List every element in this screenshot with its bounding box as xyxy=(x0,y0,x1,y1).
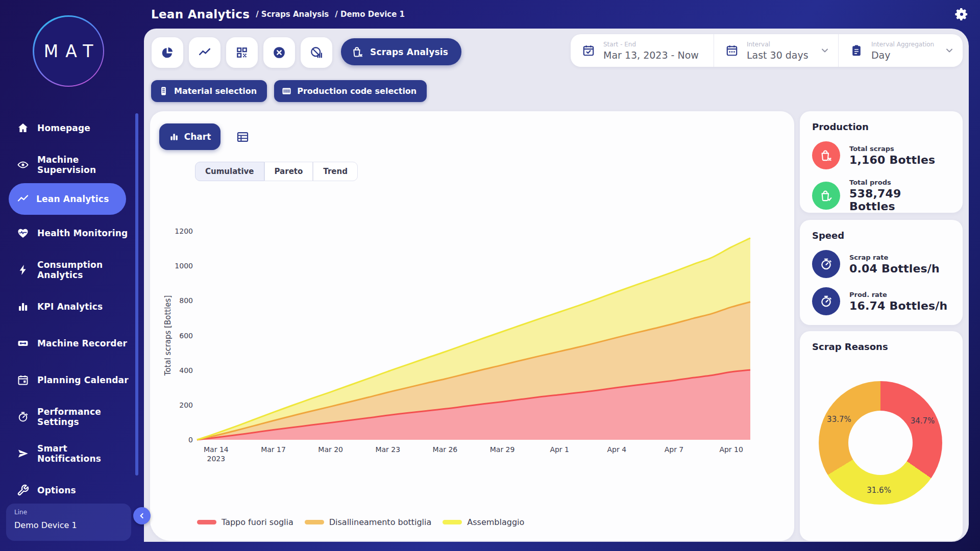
breadcrumb-item[interactable]: / Demo Device 1 xyxy=(335,10,405,19)
breadcrumb: Lean Analytics / Scraps Analysis/ Demo D… xyxy=(151,0,405,29)
selector-value: Last 30 days xyxy=(747,49,808,61)
sidebar-item-performance-settings[interactable]: Performance Settings xyxy=(0,398,144,435)
scraps-analysis-button[interactable]: Scraps Analysis xyxy=(341,38,461,65)
stat-value: 16.74 Bottles/h xyxy=(849,299,947,312)
legend-item-tappo-fuori-soglia[interactable]: Tappo fuori soglia xyxy=(197,517,293,527)
top-header: Lean Analytics / Scraps Analysis/ Demo D… xyxy=(0,0,980,29)
view-button-x-circle[interactable] xyxy=(263,37,295,68)
selector-label: Interval Aggregation xyxy=(871,41,934,48)
selector-start-end[interactable]: Start - EndMar 13, 2023 - Now xyxy=(571,34,714,67)
sidebar-item-homepage[interactable]: Homepage xyxy=(0,110,144,146)
donut-percent-label: 31.6% xyxy=(867,486,891,495)
device-selector-value: Demo Device 1 xyxy=(14,520,123,530)
device-selector[interactable]: Line Demo Device 1 xyxy=(6,504,131,541)
filter-pill-label: Material selection xyxy=(174,86,257,96)
view-button-pie[interactable] xyxy=(152,37,183,68)
sidebar-collapse-button[interactable] xyxy=(133,507,151,524)
sidebar-item-health-monitoring[interactable]: Health Monitoring xyxy=(0,215,144,252)
legend-label: Tappo fuori soglia xyxy=(222,517,293,527)
chart-legend: Tappo fuori sogliaDisallineamento bottig… xyxy=(197,517,524,527)
no-data-icon xyxy=(310,46,323,59)
mat-logo: MAT xyxy=(33,15,104,87)
settings-gear-icon[interactable] xyxy=(954,7,969,21)
sidebar-item-label: Machine Recorder xyxy=(37,338,127,348)
stat-label: Total prods xyxy=(849,179,950,186)
sidebar-item-machine-recorder[interactable]: Machine Recorder xyxy=(0,325,144,362)
selection-filters: Material selectionProduction code select… xyxy=(151,80,427,102)
sidebar-item-lean-analytics[interactable]: Lean Analytics xyxy=(9,183,126,215)
chevron-down-icon[interactable] xyxy=(944,45,954,56)
bolt-icon xyxy=(17,264,29,276)
stat-row-total-prods: Total prods538,749 Bottles xyxy=(812,179,950,213)
sidebar: MAT HomepageMachine SupervisionLean Anal… xyxy=(0,0,144,551)
wrench-icon xyxy=(17,484,29,496)
stat-label: Total scraps xyxy=(849,145,935,153)
production-card: Production Total scraps1,160 BottlesTota… xyxy=(800,111,963,213)
send-icon xyxy=(17,447,29,460)
stat-label: Prod. rate xyxy=(849,291,947,298)
chart-card: Chart CumulativeParetoTrend 020040060080… xyxy=(150,111,794,541)
analysis-view-buttons xyxy=(152,37,332,68)
qr-icon xyxy=(235,46,249,59)
page-title: Lean Analytics xyxy=(151,8,250,21)
svg-text:Mar 26: Mar 26 xyxy=(433,445,458,454)
sidebar-item-label: Smart Notifications xyxy=(37,443,134,464)
legend-label: Assemblaggio xyxy=(467,517,524,527)
scrap-reasons-card: Scrap Reasons 34.7%31.6%33.7% xyxy=(800,331,963,541)
view-button-trend[interactable] xyxy=(189,37,220,68)
sidebar-item-consumption-analytics[interactable]: Consumption Analytics xyxy=(0,252,144,288)
eye-icon xyxy=(17,159,29,171)
stat-label: Scrap rate xyxy=(849,254,940,261)
sidebar-item-smart-notifications[interactable]: Smart Notifications xyxy=(0,435,144,472)
svg-text:Apr 4: Apr 4 xyxy=(607,445,627,454)
sidebar-item-machine-supervision[interactable]: Machine Supervision xyxy=(0,146,144,183)
legend-swatch xyxy=(305,520,324,524)
legend-item-assemblaggio[interactable]: Assemblaggio xyxy=(443,517,524,527)
selector-interval-aggregation[interactable]: Interval AggregationDay xyxy=(838,34,963,67)
legend-swatch xyxy=(197,520,216,524)
donut-percent-label: 33.7% xyxy=(827,415,851,424)
device-selector-label: Line xyxy=(14,509,123,516)
stopwatch-icon xyxy=(17,411,29,423)
svg-text:Apr 10: Apr 10 xyxy=(719,445,743,454)
production-stats: Total scraps1,160 BottlesTotal prods538,… xyxy=(812,141,950,213)
scrap-reasons-donut-chart: 34.7%31.6%33.7% xyxy=(819,381,942,505)
filter-pill-label: Production code selection xyxy=(297,86,416,96)
recorder-icon xyxy=(17,337,29,349)
stat-value: 0.04 Bottles/h xyxy=(849,262,940,275)
selector-label: Start - End xyxy=(603,41,699,48)
svg-text:200: 200 xyxy=(179,401,193,409)
stopwatch-icon xyxy=(812,287,840,315)
sidebar-item-label: Planning Calendar xyxy=(37,375,129,385)
sidebar-item-planning-calendar[interactable]: Planning Calendar xyxy=(0,362,144,398)
view-button-qr[interactable] xyxy=(226,37,258,68)
production-code-selection-button[interactable]: Production code selection xyxy=(274,80,427,102)
view-button-no-data[interactable] xyxy=(301,37,332,68)
sidebar-scrollbar[interactable] xyxy=(135,113,138,475)
selector-interval[interactable]: IntervalLast 30 days xyxy=(714,34,838,67)
svg-text:Mar 17: Mar 17 xyxy=(261,445,286,454)
svg-text:Total scraps [Bottles]: Total scraps [Bottles] xyxy=(163,295,173,376)
svg-text:Mar 29: Mar 29 xyxy=(490,445,515,454)
breadcrumb-item[interactable]: / Scraps Analysis xyxy=(256,10,329,19)
heart-pulse-icon xyxy=(17,227,29,239)
sidebar-item-kpi-analytics[interactable]: KPI Analytics xyxy=(0,288,144,325)
legend-item-disallineamento-bottiglia[interactable]: Disallineamento bottiglia xyxy=(305,517,432,527)
sidebar-item-label: Lean Analytics xyxy=(36,194,109,204)
barcode-icon xyxy=(281,86,292,96)
production-title: Production xyxy=(812,121,950,132)
calendar-check-icon xyxy=(582,44,595,57)
home-icon xyxy=(17,122,29,134)
svg-text:Mar 20: Mar 20 xyxy=(318,445,343,454)
selector-value: Mar 13, 2023 - Now xyxy=(603,49,699,61)
chevron-down-icon[interactable] xyxy=(820,45,830,56)
material-selection-button[interactable]: Material selection xyxy=(151,80,267,102)
material-icon xyxy=(158,86,169,96)
app-root: Lean Analytics / Scraps Analysis/ Demo D… xyxy=(0,0,980,551)
sidebar-item-label: Consumption Analytics xyxy=(37,260,134,281)
sidebar-item-label: Health Monitoring xyxy=(37,228,128,238)
logo-text: MAT xyxy=(37,41,101,61)
stat-value: 1,160 Bottles xyxy=(849,154,935,166)
sidebar-nav: HomepageMachine SupervisionLean Analytic… xyxy=(0,110,144,509)
stat-row-scrap-rate: Scrap rate0.04 Bottles/h xyxy=(812,250,950,278)
